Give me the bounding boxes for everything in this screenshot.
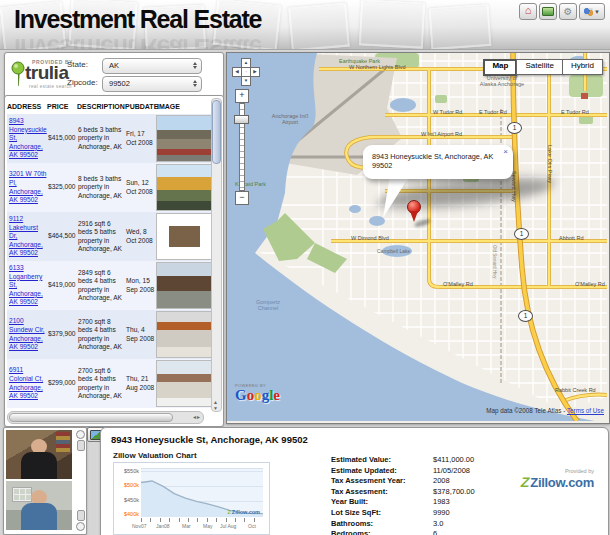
horizontal-scrollbar[interactable]: ◂▸ [7,411,204,424]
state-select[interactable]: AK [102,58,202,74]
field-label: Tax Assesment Year: [331,476,433,487]
google-logo: POWERED BY Google [235,383,280,402]
map-type-map[interactable]: Map [483,59,517,76]
listing-address-link[interactable]: 6133 Loganberry St, Anchorage, AK 99502 [7,264,47,307]
listing-photo[interactable] [156,311,213,358]
zipcode-select[interactable]: 99502 [102,76,202,92]
map-label-road: E Tudor Rd [479,109,507,115]
trulia-logo: trulia [25,62,68,84]
field-row: Tax Assesment:$378,700.00 [331,487,475,498]
trulia-tagline: real estate search [29,84,72,89]
map-label-road: Abbott Rd [559,235,583,241]
map-pan-control: ▲ ◀ ▶ ▼ ◦ [232,58,259,85]
zoom-in-button[interactable]: + [235,89,249,103]
scrollbar-thumb[interactable] [77,510,85,521]
person-photo [6,481,72,530]
header-collage-tile [359,0,425,49]
listing-description: 2700 sqft 8 beds 4 baths property in Anc… [77,318,125,351]
photo-background [12,487,32,502]
listing-photo[interactable] [156,164,213,211]
listing-photo[interactable] [156,360,213,407]
pan-down-button[interactable]: ▼ [241,76,251,86]
vertical-scrollbar[interactable]: ▲▼ [211,98,222,412]
map-label-road: Rabbit Creek Rd [555,387,596,393]
map-canvas[interactable]: Earthquake Park W Northern Lights Blvd E… [226,52,610,424]
pan-right-button[interactable]: ▶ [250,67,260,77]
listing-description: 8 beds 3 baths property in Anchorage, AK [77,175,125,200]
listing-price: $464,500 [47,232,77,240]
photo-scrollbar[interactable] [75,430,84,530]
scroll-down-button[interactable] [76,522,85,531]
listing-pubdate: Sun, 12 Oct 2008 [125,179,157,195]
col-price: PRICE [47,103,77,110]
field-value: $411,000.00 [433,455,474,466]
table-row[interactable]: 6133 Loganberry St, Anchorage, AK 99502 … [7,261,213,310]
scrollbar-arrows[interactable]: ◂▸ [193,413,201,420]
table-row[interactable]: 2100 Sundew Cir, Anchorage, AK 99502 $37… [7,310,213,359]
pan-center-button[interactable]: ◦ [241,67,251,77]
scrollbar-thumb[interactable] [212,100,221,164]
col-image: IMAGE [157,103,213,110]
field-row: Bathrooms:3.0 [331,519,475,530]
scrollbar-thumb[interactable] [77,440,85,451]
property-heading: 8943 Honeysuckle St, Anchorage, AK 99502 [111,434,308,445]
table-row[interactable]: 3201 W 70th Pl, Anchorage, AK 99502 $325… [7,163,213,212]
y-axis-tick: $550k [115,468,139,474]
table-row[interactable]: 6911 Colonial Ct, Anchorage, AK 99502 $2… [7,359,213,408]
field-value: $378,700.00 [433,487,475,498]
listing-photo[interactable] [156,262,213,309]
field-label: Bathrooms: [331,519,433,530]
listing-pubdate: Mon, 15 Sep 2008 [125,277,157,293]
scroll-up-button[interactable] [76,430,85,439]
scrollbar-arrows[interactable]: ▲▼ [212,399,219,411]
field-row: Year Built:1983 [331,497,475,508]
listing-address-link[interactable]: 3201 W 70th Pl, Anchorage, AK 99502 [7,170,47,204]
attribution-text: Map data ©2008 Tele Atlas - [486,407,565,414]
map-info-window[interactable]: 8943 Honeysuckle St, Anchorage, AK 99502… [363,145,513,179]
map-label-poi: University of Alaska Anchorage [479,75,525,88]
x-axis-label: Mar [182,523,191,529]
photo-icon [542,7,554,16]
gear-icon: ⚙ [564,7,573,17]
table-row[interactable]: 9112 Lakehurst Dr, Anchorage, AK 99502 $… [7,212,213,261]
photo-button[interactable] [539,3,557,20]
highway-shield: 1 [514,228,529,240]
listing-pubdate: Fri, 17 Oct 2008 [125,130,157,146]
y-axis-tick: $450k [115,497,139,503]
home-button[interactable]: ⌂ [519,3,537,20]
map-type-satellite[interactable]: Satellite [516,59,562,75]
listing-photo[interactable] [156,115,213,162]
close-icon[interactable]: × [503,148,508,156]
listings-panel: ADDRESS PRICE DESCRIPTION PUBDATE IMAGE … [4,95,224,427]
valuation-chart: $550k $500k $450k $400k ZZillow.com Nov0… [113,462,270,535]
listing-address-link[interactable]: 2100 Sundew Cir, Anchorage, AK 99502 [7,317,47,351]
table-body: 8943 Honeysuckle St, Anchorage, AK 99502… [7,114,213,408]
photo-background [56,432,70,452]
map-type-hybrid[interactable]: Hybrid [562,59,603,75]
chart-plot-area: ZZillow.com [141,468,263,517]
listing-photo[interactable] [156,213,213,260]
zoom-slider-handle[interactable] [234,115,249,124]
listing-description: 2849 sqft 6 beds 4 baths property in Anc… [77,269,125,302]
listing-pubdate: Thu, 4 Sep 2008 [125,326,157,342]
field-row: Tax Assesment Year:2008 [331,476,475,487]
listing-address-link[interactable]: 9112 Lakehurst Dr, Anchorage, AK 99502 [7,215,47,258]
settings-button[interactable]: ⚙ [559,3,577,20]
terms-of-use-link[interactable]: Terms of Use [567,407,604,414]
property-fields: Estimated Value:$411,000.00 Estimate Upd… [331,455,475,535]
col-pubdate: PUBDATE [125,103,157,110]
field-value: 1983 [433,497,450,508]
table-row[interactable]: 8943 Honeysuckle St, Anchorage, AK 99502… [7,114,213,163]
scrollbar-thumb[interactable] [9,413,173,422]
listing-address-link[interactable]: 8943 Honeysuckle St, Anchorage, AK 99502 [7,117,47,160]
listing-price: $299,000 [47,379,77,387]
zillow-wordmark: ZZillow.com [521,474,594,490]
y-axis-tick: $500k [115,482,139,488]
profile-menu-button[interactable]: ▼ [579,3,605,20]
listing-address-link[interactable]: 6911 Colonial Ct, Anchorage, AK 99502 [7,366,47,400]
map-marker[interactable] [407,200,421,225]
field-value: 3.0 [433,519,443,530]
zoom-out-button[interactable]: − [235,191,249,205]
field-label: Bedrooms: [331,529,433,535]
y-axis-tick: $400k [115,511,139,517]
